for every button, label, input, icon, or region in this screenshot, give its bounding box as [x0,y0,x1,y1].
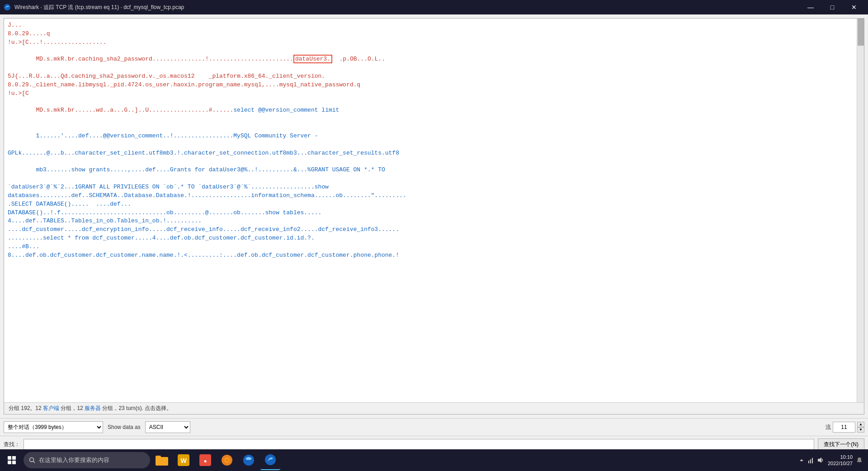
folder-icon [156,455,168,466]
window-title: Wireshark · 追踪 TCP 流 (tcp.stream eq 11) … [14,4,184,11]
svg-point-1 [30,458,34,462]
taskbar-app-3[interactable]: ● [195,450,215,470]
stream-number-box: 流 11 ▲ ▼ [826,422,864,433]
title-bar-controls: — □ ✕ [800,0,864,14]
stream-line-6: !u.>[C [8,89,860,98]
client-link[interactable]: 客户端 [43,405,59,411]
network-icon [807,457,814,463]
notification-icon[interactable] [856,457,863,463]
stream-line-16: ....dcf_customer.....dcf_encryption_info… [8,226,860,234]
speaker-icon [817,457,824,463]
show-data-label: Show data as [108,424,141,430]
stream-number-input[interactable]: 11 [833,422,855,433]
clock-time: 10:10 [828,454,853,460]
tcp-stream-content-area: J... 8.0.29.....q !u.>[C...!............… [4,18,864,414]
stream-line-19: 8....def.ob.dcf_customer.dcf_customer.na… [8,251,860,260]
tcp-stream-text[interactable]: J... 8.0.29.....q !u.>[C...!............… [4,19,864,402]
svg-point-13 [265,454,276,465]
minimize-button[interactable]: — [800,0,821,14]
taskbar-search[interactable]: 在这里输入你要搜索的内容 [24,452,150,468]
search-input[interactable] [24,439,814,450]
stream-line-18: ....#B... [8,243,860,251]
stream-up-button[interactable]: ▲ [857,422,864,427]
stream-line-4: 5J{...R.U..a...Qd.caching_sha2_password.… [8,72,860,81]
svg-marker-14 [800,459,803,461]
stream-down-button[interactable]: ▼ [857,427,864,433]
stream-line-15: 4....def..TABLES..Tables_in_ob.Tables_in… [8,217,860,226]
stream-line-17: ..........select * from dcf_customer....… [8,234,860,243]
taskbar-search-text: 在这里输入你要搜索的内容 [39,456,109,464]
svg-marker-18 [818,457,821,463]
scrollbar-track[interactable] [857,19,864,402]
clock[interactable]: 10:10 2022/10/27 [828,454,853,467]
status-bar: 分组 192。12 客户端 分组，12 服务器 分组，23 turn(s). 点… [4,402,864,414]
app3-icon: ● [199,454,211,466]
windows-icon [8,456,16,464]
svg-text:●: ● [203,458,207,464]
taskbar-app-folder[interactable] [152,450,172,470]
tray-expand-icon[interactable] [799,457,804,463]
stream-line-11: `dataUser3`@`%`2...1GRANT ALL PRIVILEGES… [8,183,860,192]
maximize-button[interactable]: □ [822,0,843,14]
svg-rect-3 [156,457,168,466]
status-text: 分组 192。12 客户端 分组，12 服务器 分组，23 turn(s). 点… [9,405,172,411]
svg-line-2 [33,462,35,463]
stream-line-5: 8.0.29._client_name.libmysql._pid.4724.o… [8,81,860,89]
stream-line-14: DATABASE()..!.f.........................… [8,209,860,217]
app4-icon [221,454,233,466]
svg-text:W: W [180,457,187,464]
search-icon [29,457,35,463]
taskbar-right: 10:10 2022/10/27 [799,454,866,467]
close-button[interactable]: ✕ [844,0,864,14]
main-window: J... 8.0.29.....q !u.>[C...!............… [0,14,868,471]
stream-line-0: J... [8,21,860,30]
search-label: 查找： [4,441,20,448]
title-bar-left: Wireshark · 追踪 TCP 流 (tcp.stream eq 11) … [4,4,184,11]
wireshark-icon [264,454,276,466]
app-icon [4,4,11,11]
title-bar: Wireshark · 追踪 TCP 流 (tcp.stream eq 11) … [0,0,868,14]
scrollbar-thumb[interactable] [858,19,864,46]
svg-point-0 [4,4,10,10]
stream-line-12: databases.........def..SCHEMATA..Databas… [8,192,860,200]
svg-rect-16 [810,459,811,463]
stream-spinner: ▲ ▼ [857,422,864,433]
svg-point-11 [226,459,228,462]
svg-rect-15 [808,461,809,463]
start-button[interactable] [2,450,22,470]
taskbar-app-wireshark[interactable] [260,450,280,470]
app2-icon: W [178,454,189,466]
stream-line-2: !u.>[C...!.................. [8,38,860,47]
system-tray [799,457,824,463]
clock-date: 2022/10/27 [828,460,853,466]
app5-icon [243,454,255,466]
stream-line-3: MD.s.mkR.br.caching_sha2_password.......… [8,47,860,73]
taskbar-app-2[interactable]: W [174,450,193,470]
stream-label: 流 [826,424,831,431]
svg-point-12 [243,455,254,466]
controls-row: 整个对话（3999 bytes） Show data as ASCII UTF-… [0,418,868,436]
stream-line-7: MD.s.mkR.br......wd..a...G..]..U........… [8,98,860,124]
svg-rect-17 [812,458,813,463]
stream-line-1: 8.0.29.....q [8,30,860,38]
svg-rect-4 [156,456,161,458]
stream-line-9: GPLk.......@...b...character_set_client.… [8,149,860,158]
encoding-dropdown[interactable]: ASCII UTF-8 Hex Dump C Arrays Raw [145,421,190,433]
stream-line-10: mb3.......show grants.....,....def....Gr… [8,158,860,184]
taskbar-app-5[interactable] [239,450,259,470]
taskbar: 在这里输入你要搜索的内容 W ● [0,449,868,471]
taskbar-app-4[interactable] [217,450,237,470]
conversation-dropdown[interactable]: 整个对话（3999 bytes） [4,421,103,433]
stream-line-13: .SELECT DATABASE()..... ....def... [8,200,860,209]
stream-line-8: 1......'....def....@@version_comment..!.… [8,123,860,149]
server-link[interactable]: 服务器 [85,405,101,411]
find-next-button[interactable]: 查找下一个(N) [818,438,864,450]
